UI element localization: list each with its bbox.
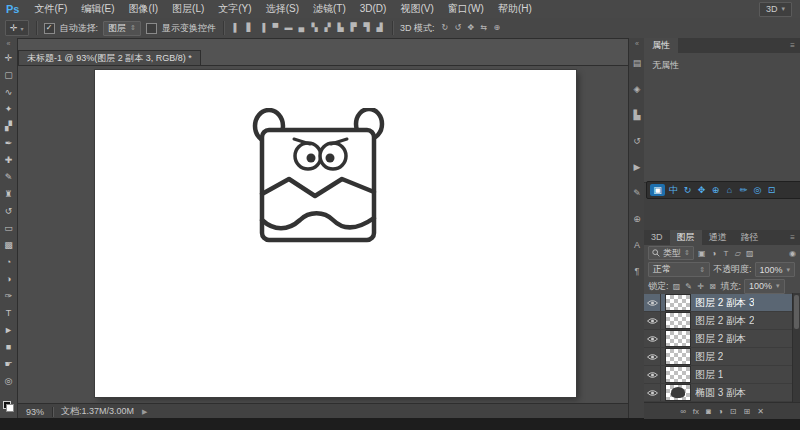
path-select-tool[interactable]: ►: [0, 322, 17, 339]
hand-tool[interactable]: ☛: [0, 356, 17, 373]
pen-tool[interactable]: ✑: [0, 288, 17, 305]
pasteboard[interactable]: [18, 65, 628, 404]
menu-item[interactable]: 滤镜(T): [306, 0, 353, 18]
mini-bridge-panel-icon[interactable]: ▤: [629, 50, 645, 76]
3d-pen-icon[interactable]: ✏: [738, 184, 749, 196]
histogram-panel-icon[interactable]: ▙: [629, 102, 645, 128]
delete-layer-icon[interactable]: ✕: [757, 407, 764, 416]
move-tool[interactable]: ✛: [0, 50, 17, 67]
align-icon[interactable]: ▀: [270, 22, 281, 34]
filter-shape-icon[interactable]: ▱: [733, 249, 743, 258]
brush-panel-icon[interactable]: ✎: [629, 180, 645, 206]
lock-position-icon[interactable]: ✛: [696, 282, 706, 291]
filter-pixel-icon[interactable]: ▣: [697, 249, 707, 258]
3d-zoom-icon[interactable]: ⊕: [710, 184, 721, 196]
clone-source-panel-icon[interactable]: ⊕: [629, 206, 645, 232]
menu-item[interactable]: 文字(Y): [211, 0, 258, 18]
3d-mode-icon[interactable]: ⇆: [478, 22, 489, 34]
workspace-switcher[interactable]: 3D ▾: [759, 2, 792, 17]
opacity-dropdown[interactable]: 100% ▾: [755, 262, 796, 277]
eyedropper-tool[interactable]: ✒: [0, 135, 17, 152]
menu-item[interactable]: 帮助(H): [491, 0, 539, 18]
panel-tab[interactable]: 图层: [670, 230, 702, 245]
filter-adjust-icon[interactable]: ◑: [709, 249, 719, 258]
zoom-tool[interactable]: ◎: [0, 373, 17, 390]
zoom-level[interactable]: 93%: [26, 407, 44, 417]
filter-type-dropdown[interactable]: 类型 ⇕: [648, 246, 694, 260]
filter-type-icon[interactable]: T: [721, 249, 731, 258]
align-icon[interactable]: ▬: [283, 22, 294, 34]
3d-pan-icon[interactable]: ✥: [696, 184, 707, 196]
layer-thumbnail[interactable]: [665, 312, 691, 329]
panel-tab[interactable]: 通道: [702, 230, 734, 245]
visibility-toggle[interactable]: [644, 366, 661, 383]
menu-item[interactable]: 选择(S): [259, 0, 306, 18]
3d-mode-icon[interactable]: ↺: [452, 22, 463, 34]
layer-thumbnail[interactable]: [665, 348, 691, 365]
panel-menu-icon[interactable]: ≡: [785, 230, 800, 245]
layer-row[interactable]: 图层 2: [644, 348, 800, 366]
new-layer-icon[interactable]: ⊞: [743, 407, 750, 416]
3d-rotate-icon[interactable]: ↻: [682, 184, 693, 196]
panel-tab[interactable]: 3D: [644, 230, 670, 245]
rect-marquee-tool[interactable]: ▢: [0, 67, 17, 84]
visibility-toggle[interactable]: [644, 348, 661, 365]
auto-select-target-dropdown[interactable]: 图层 ⇕: [103, 21, 141, 36]
layer-thumbnail[interactable]: [665, 366, 691, 383]
actions-panel-icon[interactable]: ▶: [629, 154, 645, 180]
layer-group-icon[interactable]: ⊡: [730, 407, 737, 416]
status-options-arrow-icon[interactable]: ▶: [142, 408, 147, 416]
layer-list-scrollbar[interactable]: [792, 293, 800, 402]
visibility-toggle[interactable]: [644, 384, 661, 401]
eraser-tool[interactable]: ▭: [0, 220, 17, 237]
lock-all-icon[interactable]: ⊠: [708, 282, 718, 291]
document-tab[interactable]: 未标题-1 @ 93%(图层 2 副本 3, RGB/8) *: [18, 50, 201, 66]
lock-transparent-icon[interactable]: ▨: [672, 282, 682, 291]
history-panel-icon[interactable]: ↺: [629, 128, 645, 154]
align-icon[interactable]: ▟: [374, 22, 385, 34]
menu-item[interactable]: 编辑(E): [74, 0, 121, 18]
clone-stamp-tool[interactable]: ♜: [0, 186, 17, 203]
panel-menu-icon[interactable]: ≡: [785, 38, 800, 53]
document-canvas[interactable]: [95, 70, 576, 397]
color-swatches[interactable]: [3, 401, 14, 412]
layer-thumbnail[interactable]: [665, 330, 691, 347]
menu-item[interactable]: 图像(I): [122, 0, 165, 18]
auto-select-checkbox[interactable]: ✓: [44, 23, 55, 34]
filter-toggle-icon[interactable]: ◉: [789, 249, 796, 258]
quick-select-tool[interactable]: ✦: [0, 101, 17, 118]
menu-item[interactable]: 视图(V): [393, 0, 440, 18]
align-icon[interactable]: ▙: [335, 22, 346, 34]
layer-effects-icon[interactable]: fx: [693, 407, 699, 416]
dodge-tool[interactable]: ◑: [0, 271, 17, 288]
visibility-toggle[interactable]: [644, 312, 661, 329]
filter-smart-icon[interactable]: ▨: [745, 249, 755, 258]
3d-home-icon[interactable]: ⌂: [724, 184, 735, 196]
shape-tool[interactable]: ■: [0, 339, 17, 356]
3d-widget-active-icon[interactable]: ▣: [650, 184, 665, 196]
layer-thumbnail[interactable]: [665, 384, 691, 401]
menu-item[interactable]: 图层(L): [165, 0, 211, 18]
menu-item[interactable]: 窗口(W): [441, 0, 491, 18]
3d-frame-icon[interactable]: ⊡: [766, 184, 777, 196]
crop-tool[interactable]: ▞: [0, 118, 17, 135]
background-color-swatch[interactable]: [6, 404, 14, 412]
3d-mode-icon[interactable]: ✥: [465, 22, 476, 34]
menu-item[interactable]: 文件(F): [27, 0, 74, 18]
lasso-tool[interactable]: ∿: [0, 84, 17, 101]
type-tool[interactable]: T: [0, 305, 17, 322]
blur-tool[interactable]: ◔: [0, 254, 17, 271]
link-layers-icon[interactable]: ∞: [680, 407, 686, 416]
adjustment-layer-icon[interactable]: ◑: [718, 407, 723, 416]
align-icon[interactable]: ▐: [257, 22, 268, 34]
collapse-dock-icon[interactable]: «: [0, 38, 17, 50]
gradient-tool[interactable]: ▩: [0, 237, 17, 254]
character-panel-icon[interactable]: A: [629, 232, 645, 258]
menu-item[interactable]: 3D(D): [353, 0, 394, 18]
3d-target-icon[interactable]: ◎: [752, 184, 763, 196]
panel-tab[interactable]: 路径: [734, 230, 766, 245]
history-brush-tool[interactable]: ↺: [0, 203, 17, 220]
show-transform-checkbox[interactable]: [146, 23, 157, 34]
scrollbar-thumb[interactable]: [794, 295, 799, 329]
collapse-dock-icon[interactable]: «: [629, 38, 645, 50]
